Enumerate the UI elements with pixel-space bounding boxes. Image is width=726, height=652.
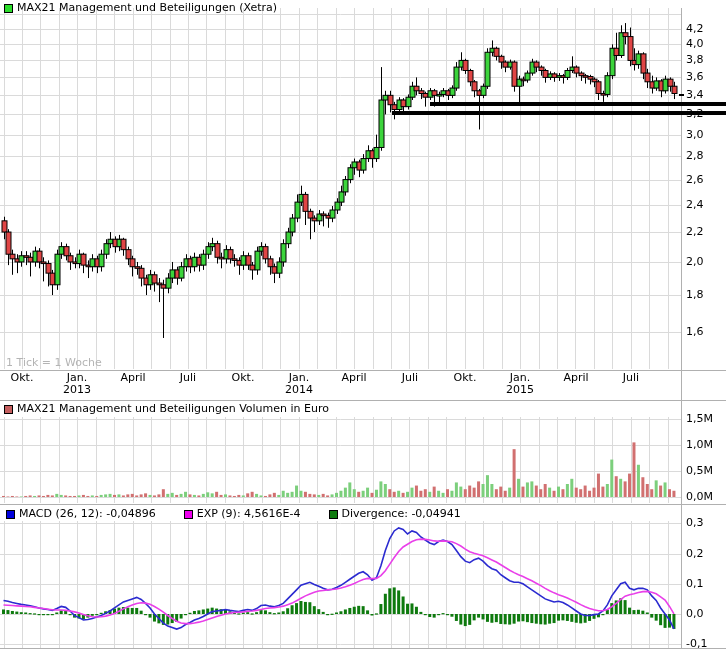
chart-canvas: [0, 0, 726, 652]
year-label: 2013: [63, 384, 91, 396]
price-tick-label: 4,2: [686, 23, 704, 35]
macd-series-swatch-icon: [6, 510, 15, 519]
macd-tick-label: -0,1: [686, 638, 707, 650]
price-tick-label: 1,8: [686, 289, 704, 301]
year-label: 2015: [506, 384, 534, 396]
price-tick-label: 3,6: [686, 71, 704, 83]
exp-series-swatch-icon: [184, 510, 193, 519]
price-panel-legend: MAX21 Management und Beteiligungen (Xetr…: [4, 2, 277, 14]
volume-tick-label: 0,5M: [686, 465, 713, 477]
time-axis-label: Okt.: [11, 372, 34, 384]
price-panel-title: MAX21 Management und Beteiligungen (Xetr…: [17, 2, 277, 14]
time-axis-label: Okt.: [232, 372, 255, 384]
resistance-line-upper[interactable]: [430, 102, 726, 106]
macd-tick-label: 0,2: [686, 548, 704, 560]
year-label: 2014: [285, 384, 313, 396]
volume-tick-label: 1,5M: [686, 413, 713, 425]
exp-legend-label: EXP (9): 4,5616E-4: [197, 508, 301, 520]
macd-tick-label: 0,3: [686, 517, 704, 529]
time-axis-label: April: [563, 372, 588, 384]
macd-tick-label: 0,0: [686, 608, 704, 620]
month-label: April: [563, 371, 588, 384]
month-label: April: [120, 371, 145, 384]
time-axis-label: Jan.2015: [506, 372, 534, 396]
time-axis-label: Juli: [402, 372, 418, 384]
tick-note: 1 Tick = 1 Woche: [6, 357, 102, 369]
price-tick-label: 2,8: [686, 150, 704, 162]
time-axis-label: April: [120, 372, 145, 384]
macd-legend-label: MACD (26, 12): -0,04896: [19, 508, 156, 520]
month-label: Juli: [402, 371, 418, 384]
macd-panel-legend: MACD (26, 12): -0,04896 EXP (9): 4,5616E…: [6, 508, 461, 520]
time-axis-label: Okt.: [454, 372, 477, 384]
price-tick-label: 2,6: [686, 174, 704, 186]
volume-series-swatch-icon: [4, 405, 13, 414]
time-axis-label: April: [341, 372, 366, 384]
month-label: Juli: [623, 371, 639, 384]
price-tick-label: 1,6: [686, 326, 704, 338]
time-axis-label: Jan.2013: [63, 372, 91, 396]
price-tick-label: 3,4: [686, 89, 704, 101]
month-label: Juli: [180, 371, 196, 384]
volume-tick-label: 0,0M: [686, 491, 713, 503]
price-tick-label: 2,4: [686, 199, 704, 211]
current-price-tick-icon: [679, 94, 684, 96]
time-axis-label: Jan.2014: [285, 372, 313, 396]
month-label: Okt.: [11, 371, 34, 384]
resistance-line-lower[interactable]: [392, 111, 726, 115]
time-axis-label: Juli: [623, 372, 639, 384]
month-label: April: [341, 371, 366, 384]
price-series-swatch-icon: [4, 4, 13, 13]
macd-tick-label: 0,1: [686, 578, 704, 590]
time-axis-label: Juli: [180, 372, 196, 384]
stock-chart-window: { "header": { "title": "MAX21 Management…: [0, 0, 726, 652]
volume-panel-title: MAX21 Management und Beteiligungen Volum…: [17, 403, 329, 415]
volume-tick-label: 1,0M: [686, 439, 713, 451]
month-label: Okt.: [232, 371, 255, 384]
price-tick-label: 4,0: [686, 38, 704, 50]
price-tick-label: 2,0: [686, 256, 704, 268]
month-label: Okt.: [454, 371, 477, 384]
volume-panel-legend: MAX21 Management und Beteiligungen Volum…: [4, 403, 329, 415]
divergence-legend-label: Divergence: -0,04941: [342, 508, 461, 520]
price-tick-label: 3,0: [686, 129, 704, 141]
price-tick-label: 2,2: [686, 226, 704, 238]
price-tick-label: 3,8: [686, 54, 704, 66]
divergence-series-swatch-icon: [329, 510, 338, 519]
